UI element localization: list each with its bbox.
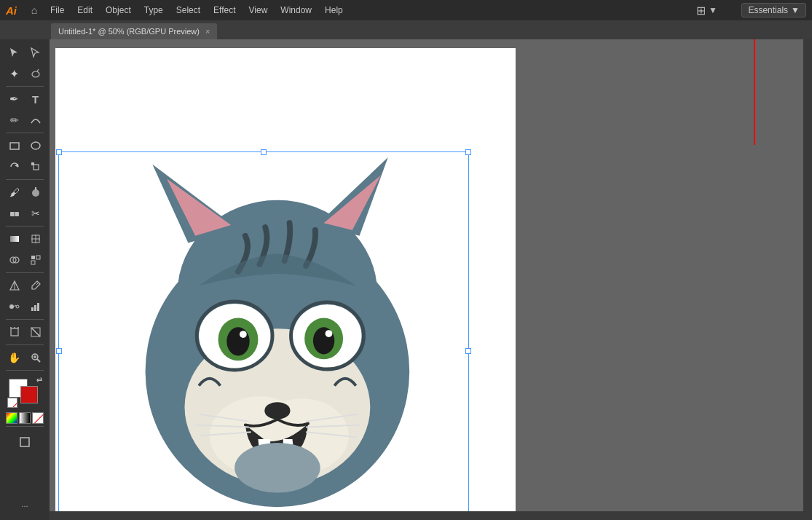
- horizontal-scrollbar[interactable]: [50, 511, 812, 520]
- menu-object[interactable]: Object: [100, 3, 137, 17]
- svg-point-55: [326, 330, 333, 337]
- none-button[interactable]: [32, 412, 44, 424]
- pencil-tool[interactable]: ✏: [4, 110, 25, 130]
- eyedropper-tool[interactable]: [25, 275, 46, 296]
- tab-bar: Untitled-1* @ 50% (RGB/GPU Preview) ×: [0, 20, 812, 39]
- mesh-tool[interactable]: [25, 229, 46, 249]
- svg-point-23: [9, 304, 14, 309]
- color-area: ⇄: [6, 376, 44, 424]
- artboard-tool[interactable]: [4, 322, 25, 342]
- svg-rect-38: [20, 438, 29, 446]
- svg-line-35: [37, 359, 40, 362]
- menu-edit[interactable]: Edit: [71, 3, 98, 17]
- svg-point-7: [32, 189, 39, 197]
- hand-tool[interactable]: ✋: [4, 347, 25, 368]
- svg-rect-5: [33, 165, 39, 170]
- svg-line-22: [36, 283, 38, 285]
- shape-builder-tool[interactable]: [4, 250, 25, 270]
- menu-type[interactable]: Type: [138, 3, 169, 17]
- vertical-scrollbar[interactable]: [803, 39, 812, 511]
- main-area: ✦ ✒ T ✏: [0, 39, 812, 520]
- blend-tool[interactable]: [4, 296, 25, 317]
- svg-rect-18: [36, 256, 40, 259]
- scale-tool[interactable]: [25, 157, 46, 177]
- menu-effect[interactable]: Effect: [208, 3, 241, 17]
- red-cursor-line: [754, 39, 755, 145]
- document-tab[interactable]: Untitled-1* @ 50% (RGB/GPU Preview) ×: [51, 23, 217, 39]
- eraser-tool[interactable]: [4, 203, 25, 224]
- svg-rect-17: [31, 256, 35, 259]
- svg-point-0: [32, 71, 39, 77]
- home-button[interactable]: ⌂: [25, 1, 43, 19]
- swap-fill-stroke-icon[interactable]: ⇄: [36, 376, 42, 384]
- workspace-dropdown[interactable]: Essentials ▼: [741, 3, 806, 17]
- more-tools-button[interactable]: ...: [15, 494, 35, 514]
- scissors-tool[interactable]: ✂: [25, 203, 46, 224]
- selection-tool[interactable]: [4, 42, 25, 63]
- artboard: [55, 48, 516, 520]
- layout-grid-icon[interactable]: ⊞: [696, 4, 706, 17]
- color-mode-row: [6, 412, 44, 424]
- svg-point-66: [234, 443, 320, 493]
- perspective-grid-tool[interactable]: [4, 275, 25, 296]
- handle-top-right[interactable]: [465, 149, 471, 155]
- screen-mode-button[interactable]: [15, 432, 35, 452]
- svg-marker-44: [324, 176, 381, 230]
- bar-graph-tool[interactable]: [25, 296, 46, 317]
- color-button[interactable]: [6, 412, 17, 424]
- app-logo: Ai: [3, 3, 20, 18]
- pen-tool[interactable]: ✒: [4, 89, 25, 109]
- handle-middle-left[interactable]: [56, 348, 62, 354]
- svg-rect-11: [10, 236, 19, 242]
- stroke-swatch[interactable]: [20, 386, 38, 403]
- menu-file[interactable]: File: [44, 3, 70, 17]
- svg-rect-27: [37, 303, 39, 311]
- left-toolbar: ✦ ✒ T ✏: [0, 39, 50, 520]
- workspace-chevron: ▼: [791, 5, 800, 15]
- gradient-button[interactable]: [19, 412, 31, 424]
- slice-tool[interactable]: [25, 322, 46, 342]
- cat-illustration: [95, 143, 452, 520]
- handle-middle-right[interactable]: [465, 348, 471, 354]
- blob-brush-tool[interactable]: [25, 182, 46, 202]
- svg-line-32: [31, 328, 40, 336]
- svg-marker-4: [15, 164, 18, 168]
- live-paint-tool[interactable]: [25, 250, 46, 270]
- workspace-label: Essentials: [748, 5, 788, 15]
- svg-point-3: [31, 142, 40, 149]
- menu-view[interactable]: View: [243, 3, 274, 17]
- svg-rect-28: [11, 328, 18, 336]
- svg-rect-26: [34, 305, 36, 311]
- rotate-tool[interactable]: [4, 157, 25, 177]
- handle-top-left[interactable]: [56, 149, 62, 155]
- type-tool[interactable]: T: [25, 89, 46, 109]
- menu-bar: Ai ⌂ File Edit Object Type Select Effect…: [0, 0, 812, 20]
- magic-wand-tool[interactable]: ✦: [4, 63, 25, 84]
- curvature-tool[interactable]: [25, 110, 46, 130]
- svg-point-24: [16, 305, 19, 308]
- gradient-tool[interactable]: [4, 229, 25, 249]
- paintbrush-tool[interactable]: 🖌: [4, 182, 25, 202]
- tab-title: Untitled-1* @ 50% (RGB/GPU Preview): [58, 27, 200, 36]
- svg-point-52: [226, 327, 249, 355]
- svg-line-1: [37, 69, 39, 71]
- rectangle-tool[interactable]: [4, 135, 25, 156]
- ellipse-tool[interactable]: [25, 135, 46, 156]
- tab-close-button[interactable]: ×: [205, 28, 210, 36]
- menu-window[interactable]: Window: [275, 3, 318, 17]
- menu-help[interactable]: Help: [319, 3, 349, 17]
- lasso-tool[interactable]: [25, 63, 46, 84]
- svg-rect-25: [31, 307, 33, 311]
- svg-rect-19: [31, 261, 35, 264]
- menu-select[interactable]: Select: [170, 3, 206, 17]
- svg-rect-2: [10, 143, 19, 149]
- svg-rect-6: [31, 162, 34, 165]
- svg-point-54: [240, 331, 247, 338]
- svg-point-58: [264, 402, 290, 419]
- canvas-area: [50, 39, 812, 520]
- direct-selection-tool[interactable]: [25, 42, 46, 63]
- zoom-tool[interactable]: [25, 347, 46, 368]
- none-swatch[interactable]: [7, 398, 17, 408]
- layout-dropdown-icon[interactable]: ▼: [709, 5, 717, 15]
